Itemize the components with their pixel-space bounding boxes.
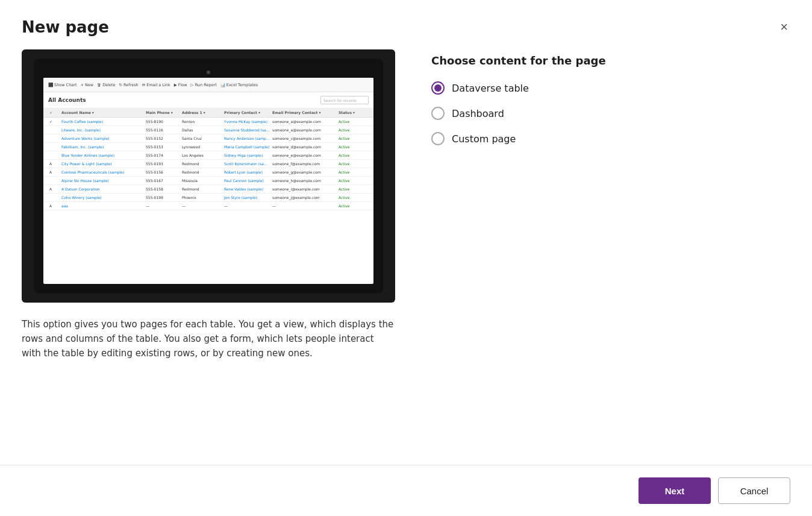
row-check [48, 128, 60, 132]
row-contact: — [223, 202, 271, 210]
table-row: A Contoso Pharmaceuticals (sample) 555-0… [43, 168, 373, 177]
row-address: Los Angeles [181, 151, 223, 159]
row-account: Adventure Works (sample) [60, 134, 145, 142]
toolbar-item-flow: ▶ Flow [174, 83, 187, 87]
radio-circle-dataverse [431, 81, 445, 95]
row-contact: Sidney Higa (sample) [223, 151, 271, 159]
radio-group: Dataverse table Dashboard Custom page [431, 81, 790, 145]
row-email: someone_e@example.com [271, 151, 337, 159]
row-address: Missoula [181, 177, 223, 184]
row-email: someone_f@example.com [271, 160, 337, 168]
table-row: Coho Winery (sample) 555-0199 Phoenix Jo… [43, 194, 373, 202]
table-row: A City Power & Light (sample) 555-0193 R… [43, 160, 373, 168]
toolbar-item-delete: 🗑 Delete [97, 83, 115, 87]
row-check [48, 154, 60, 157]
row-email: someone_g@example.com [271, 168, 337, 176]
row-contact: Robert Lyon (sample) [223, 168, 271, 176]
col-status: Status ▾ [337, 109, 361, 116]
row-phone: 555-0153 [145, 143, 181, 151]
search-box[interactable]: Search for records [320, 96, 369, 104]
row-contact: Maria Campbell (sample) [223, 143, 271, 151]
col-phone: Main Phone ▾ [145, 109, 181, 116]
radio-option-dashboard[interactable]: Dashboard [431, 107, 790, 120]
row-check: A [48, 185, 60, 193]
row-status: Active [337, 202, 361, 210]
row-status: Active [337, 151, 361, 159]
row-address: Redmond [181, 185, 223, 193]
table-row: Alpine Ski House (sample) 555-0167 Misso… [43, 177, 373, 185]
row-status: Active [337, 134, 361, 142]
row-address: Redmond [181, 160, 223, 168]
row-account: Contoso Pharmaceuticals (sample) [60, 168, 145, 176]
preview-image: ⬛ Show Chart + New 🗑 Delete ↻ Refresh ✉ … [22, 49, 395, 303]
table-body: ✓ Fourth Coffee (sample) 555-8190 Renton… [43, 118, 373, 284]
row-address: Renton [181, 118, 223, 125]
radio-circle-custom [431, 132, 445, 145]
row-account: aaa [60, 202, 145, 210]
radio-option-custom[interactable]: Custom page [431, 132, 790, 145]
row-contact: Scott Konersmann (samp...) [223, 160, 271, 168]
new-page-dialog: New page × ⬛ Show Chart [0, 0, 812, 516]
row-phone: 555-0199 [145, 194, 181, 201]
col-account: Account Name ▾ [60, 109, 145, 116]
left-panel: ⬛ Show Chart + New 🗑 Delete ↻ Refresh ✉ … [22, 49, 395, 465]
row-check: A [48, 160, 60, 168]
row-contact: Nancy Anderson (sample) [223, 134, 271, 142]
right-panel: Choose content for the page Dataverse ta… [431, 49, 790, 465]
close-button[interactable]: × [778, 17, 790, 37]
row-account: Fourth Coffee (sample) [60, 118, 145, 125]
row-check: A [48, 202, 60, 210]
row-phone: — [145, 202, 181, 210]
cancel-button[interactable]: Cancel [718, 477, 790, 504]
row-account: Fabrikam, Inc. (sample) [60, 143, 145, 151]
row-account: Alpine Ski House (sample) [60, 177, 145, 184]
row-status: Active [337, 185, 361, 193]
camera-dot [207, 71, 210, 74]
radio-label-dataverse: Dataverse table [452, 83, 529, 94]
row-account: Blue Yonder Airlines (sample) [60, 151, 145, 159]
toolbar-item-email: ✉ Email a Link [142, 83, 170, 87]
next-button[interactable]: Next [639, 477, 711, 504]
row-check [48, 137, 60, 140]
table-row: Blue Yonder Airlines (sample) 555-0174 L… [43, 151, 373, 160]
row-check [48, 196, 60, 200]
row-phone: 555-0152 [145, 134, 181, 142]
row-address: Phoenix [181, 194, 223, 201]
row-account: A Datum Corporation [60, 185, 145, 193]
row-contact: Jon Styre (sample) [223, 194, 271, 201]
row-address: Lynnwood [181, 143, 223, 151]
row-email: someone_d@example.com [271, 143, 337, 151]
table-row: Litware, Inc. (sample) 555-0116 Dallas S… [43, 126, 373, 134]
search-placeholder: Search for records [323, 98, 357, 102]
toolbar-item-refresh: ↻ Refresh [119, 83, 139, 87]
row-phone: 555-8190 [145, 118, 181, 125]
row-contact: Yvonne McKay (sample) [223, 118, 271, 125]
table-row: Fabrikam, Inc. (sample) 555-0153 Lynnwoo… [43, 143, 373, 151]
row-address: Santa Cruz [181, 134, 223, 142]
toolbar-mini: ⬛ Show Chart + New 🗑 Delete ↻ Refresh ✉ … [48, 83, 258, 87]
row-email: someone_a@example.com [271, 126, 337, 134]
screen-header: All Accounts Search for records [43, 92, 373, 108]
toolbar-item-excel: 📊 Excel Templates [220, 83, 258, 87]
table-row: A aaa — — — — Active [43, 202, 373, 210]
dialog-footer: Next Cancel [0, 465, 812, 516]
table-column-headers: ✓ Account Name ▾ Main Phone ▾ Address 1 … [43, 108, 373, 118]
radio-label-dashboard: Dashboard [452, 108, 504, 119]
row-status: Active [337, 126, 361, 134]
col-address: Address 1 ▾ [181, 109, 223, 116]
dialog-body: ⬛ Show Chart + New 🗑 Delete ↻ Refresh ✉ … [0, 49, 812, 465]
row-phone: 555-0158 [145, 185, 181, 193]
row-status: Active [337, 194, 361, 201]
radio-label-custom: Custom page [452, 133, 516, 145]
description-text: This option gives you two pages for each… [22, 317, 395, 360]
section-title: Choose content for the page [431, 54, 790, 67]
row-status: Active [337, 177, 361, 184]
table-row: A A Datum Corporation 555-0158 Redmond R… [43, 185, 373, 194]
table-title: All Accounts [48, 97, 86, 103]
row-check [48, 179, 60, 183]
radio-option-dataverse[interactable]: Dataverse table [431, 81, 790, 95]
row-address: — [181, 202, 223, 210]
row-address: Dallas [181, 126, 223, 134]
table-row: ✓ Fourth Coffee (sample) 555-8190 Renton… [43, 118, 373, 126]
row-phone: 555-0193 [145, 160, 181, 168]
